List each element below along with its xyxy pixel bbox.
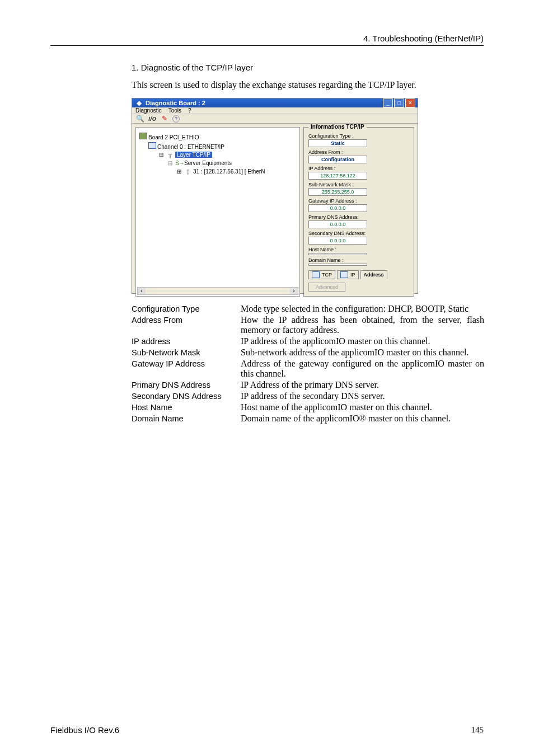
io-icon[interactable]: ι/ο xyxy=(148,114,157,123)
pdns-label: Primary DNS Address: xyxy=(308,214,409,220)
def-row: Primary DNS Address IP Address of the pr… xyxy=(132,380,484,390)
cfgtype-label: Configuration Type : xyxy=(308,133,409,139)
def-text: Mode type selected in the configuration:… xyxy=(241,304,484,314)
menu-diagnostic[interactable]: Diagnostic xyxy=(135,107,162,114)
host-label: Host Name : xyxy=(308,247,409,252)
def-text: IP Address of the primary DNS server. xyxy=(241,380,484,390)
search-icon[interactable]: 🔍 xyxy=(135,114,144,123)
def-row: Host Name Host name of the applicomIO ma… xyxy=(132,402,484,412)
def-text: Domain name of the applicomIO® master on… xyxy=(241,414,484,424)
def-row: Domain Name Domain name of the applicomI… xyxy=(132,414,484,424)
diagnostic-window: ◆ Diagnostic Board : 2 _ □ ✕ Diagnostic … xyxy=(132,98,418,294)
window-titlebar[interactable]: ◆ Diagnostic Board : 2 _ □ ✕ xyxy=(132,98,418,107)
sdns-label: Secondary DNS Address: xyxy=(308,231,409,236)
menu-bar: Diagnostic Tools ? xyxy=(132,107,418,114)
addrfrom-label: Address From : xyxy=(308,149,409,155)
info-groupbox: Informations TCP/IP Configuration Type :… xyxy=(303,127,414,297)
app-icon: ◆ xyxy=(134,98,143,107)
tab-tcp[interactable]: TCP xyxy=(308,270,335,279)
advanced-button: Advanced xyxy=(308,283,345,292)
ip-label: IP Address : xyxy=(308,166,409,171)
cfgtype-value: Static xyxy=(308,139,367,147)
def-term: Configuration Type xyxy=(132,304,241,314)
toolbar: 🔍 ι/ο ✎ ? xyxy=(132,114,418,124)
page-number: 145 xyxy=(471,725,484,735)
def-term: IP address xyxy=(132,336,241,346)
def-term: Host Name xyxy=(132,402,241,412)
def-term: Gateway IP Address xyxy=(132,359,241,379)
tree-node[interactable]: ⊞▯31 : [128.127.56.31] [ EtherN xyxy=(175,168,296,175)
def-text: Host name of the applicomIO master on th… xyxy=(241,402,484,412)
def-row: Secondary DNS Address IP address of the … xyxy=(132,391,484,401)
close-button[interactable]: ✕ xyxy=(405,98,415,107)
ip-tab-icon xyxy=(340,271,348,278)
tree-layer[interactable]: ⊟┰Layer TCP/IP ⊟S→Server Equipments ⊞▯31… xyxy=(157,152,296,175)
tab-address[interactable]: Address xyxy=(360,270,387,279)
gw-value: 0.0.0.0 xyxy=(308,204,367,212)
def-text: IP address of the secondary DNS server. xyxy=(241,391,484,401)
def-row: Gateway IP Address Address of the gatewa… xyxy=(132,359,484,379)
definitions-list: Configuration Type Mode type selected in… xyxy=(132,304,484,424)
def-term: Sub-Network Mask xyxy=(132,348,241,358)
page-header: 4. Troubleshooting (EtherNet/IP) xyxy=(50,34,484,46)
server-icon: ⊟ xyxy=(166,160,174,167)
minimize-button[interactable]: _ xyxy=(383,98,393,107)
channel-icon xyxy=(148,142,156,149)
window-title: Diagnostic Board : 2 xyxy=(146,100,205,106)
def-term: Address From xyxy=(132,315,241,335)
groupbox-title: Informations TCP/IP xyxy=(308,124,367,130)
def-term: Secondary DNS Address xyxy=(132,391,241,401)
def-row: Address From How the IP address has been… xyxy=(132,315,484,335)
host-value xyxy=(308,253,367,255)
section-intro: This screen is used to display the excha… xyxy=(132,80,484,90)
menu-tools[interactable]: Tools xyxy=(168,107,181,114)
def-term: Domain Name xyxy=(132,414,241,424)
device-icon: ▯ xyxy=(184,168,192,175)
def-row: Configuration Type Mode type selected in… xyxy=(132,304,484,314)
node-icon: ⊞ xyxy=(175,168,183,175)
section-title: 1. Diagnostic of the TCP/IP layer xyxy=(132,63,484,72)
footer-left: Fieldbus I/O Rev.6 xyxy=(50,725,119,735)
tree-channel[interactable]: Channel 0 : ETHERNET/IP ⊟┰Layer TCP/IP ⊟… xyxy=(148,142,296,175)
tool-icon[interactable]: ✎ xyxy=(160,114,169,123)
sdns-value: 0.0.0.0 xyxy=(308,237,367,245)
help-icon[interactable]: ? xyxy=(172,115,180,123)
domain-label: Domain Name : xyxy=(308,257,409,263)
domain-value xyxy=(308,264,367,266)
info-panel: Informations TCP/IP Configuration Type :… xyxy=(303,127,414,297)
tab-ip[interactable]: IP xyxy=(337,270,359,279)
def-term: Primary DNS Address xyxy=(132,380,241,390)
maximize-button[interactable]: □ xyxy=(394,98,404,107)
scroll-right-icon[interactable]: › xyxy=(290,288,298,294)
tcp-tab-icon xyxy=(312,271,320,278)
def-row: IP address IP address of the applicomIO … xyxy=(132,336,484,346)
network-icon: ┰ xyxy=(166,152,174,158)
scroll-left-icon[interactable]: ‹ xyxy=(138,288,146,294)
menu-help[interactable]: ? xyxy=(188,107,191,114)
def-text: Address of the gateway configured on the… xyxy=(241,359,484,379)
layer-icon: ⊟ xyxy=(157,152,165,158)
gw-label: Gateway IP Address : xyxy=(308,198,409,204)
def-text: Sub-network address of the applicomIO ma… xyxy=(241,348,484,358)
def-text: IP address of the applicomIO master on t… xyxy=(241,336,484,346)
def-row: Sub-Network Mask Sub-network address of … xyxy=(132,348,484,358)
def-text: How the IP address has been obtained, fr… xyxy=(241,315,484,335)
mask-label: Sub-Network Mask : xyxy=(308,182,409,187)
tree-panel[interactable]: Board 2 PCI_ETHIO Channel 0 : ETHERNET/I… xyxy=(135,127,300,297)
chapter-title: 4. Troubleshooting (EtherNet/IP) xyxy=(363,34,484,43)
board-icon xyxy=(139,133,147,139)
horizontal-scrollbar[interactable]: ‹ › xyxy=(137,287,298,295)
pdns-value: 0.0.0.0 xyxy=(308,220,367,228)
mask-value: 255.255.255.0 xyxy=(308,188,367,196)
globe-icon: S→ xyxy=(175,160,183,167)
addrfrom-value: Configuration xyxy=(308,156,367,163)
page-footer: Fieldbus I/O Rev.6 145 xyxy=(50,725,484,735)
ip-value: 128.127.56.122 xyxy=(308,172,367,180)
tree-board[interactable]: Board 2 PCI_ETHIO Channel 0 : ETHERNET/I… xyxy=(139,133,296,175)
tree-server[interactable]: ⊟S→Server Equipments ⊞▯31 : [128.127.56.… xyxy=(166,160,296,175)
